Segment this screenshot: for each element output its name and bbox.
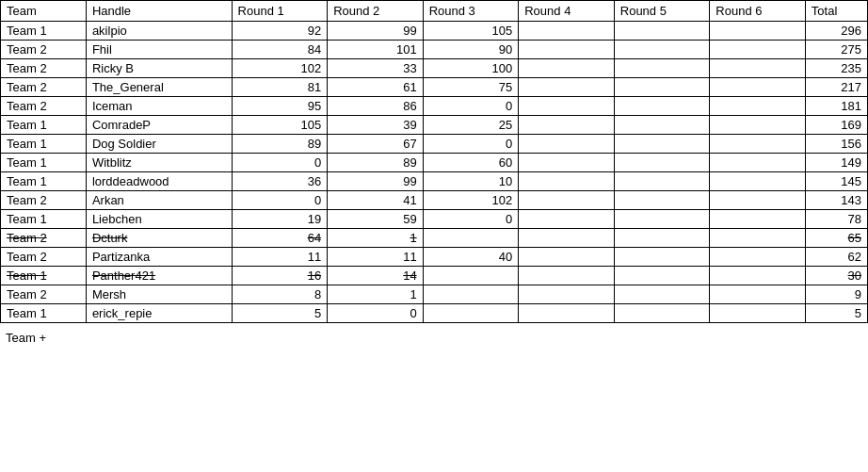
- table-cell: 19: [232, 210, 328, 229]
- table-cell: 145: [805, 172, 867, 191]
- table-cell: Team 1: [1, 210, 87, 229]
- table-row: Team 1akilpio9299105296: [1, 22, 868, 41]
- scores-table-container: Team Handle Round 1 Round 2 Round 3 Roun…: [0, 0, 868, 323]
- table-cell: Team 2: [1, 59, 87, 78]
- table-cell: Team 2: [1, 41, 87, 59]
- table-row: Team 1Dog Soldier89670156: [1, 135, 868, 154]
- col-round2: Round 2: [328, 1, 424, 22]
- table-cell: 67: [328, 135, 424, 154]
- table-cell: [710, 154, 806, 172]
- table-cell: 95: [232, 97, 328, 116]
- table-cell: [614, 172, 710, 191]
- table-cell: [614, 22, 710, 41]
- table-cell: 59: [328, 210, 424, 229]
- table-cell: 235: [805, 59, 867, 78]
- table-cell: [519, 210, 615, 229]
- table-row: Team 2Partizanka11114062: [1, 248, 868, 267]
- table-cell: [519, 116, 615, 135]
- table-cell: Team 1: [1, 22, 87, 41]
- table-cell: 10: [423, 172, 519, 191]
- table-cell: 11: [328, 248, 424, 267]
- table-cell: Team 1: [1, 267, 87, 285]
- table-cell: 81: [232, 78, 328, 97]
- table-cell: 296: [805, 22, 867, 41]
- table-cell: [519, 267, 615, 285]
- table-cell: Arkan: [86, 191, 232, 210]
- table-cell: [614, 210, 710, 229]
- table-cell: 36: [232, 172, 328, 191]
- table-cell: [423, 229, 519, 248]
- table-cell: [519, 304, 615, 323]
- table-cell: Ricky B: [86, 59, 232, 78]
- table-cell: Dcturk: [86, 229, 232, 248]
- col-round1: Round 1: [232, 1, 328, 22]
- table-cell: [710, 285, 806, 304]
- table-cell: Team 2: [1, 97, 87, 116]
- table-cell: 11: [232, 248, 328, 267]
- table-cell: 5: [805, 304, 867, 323]
- table-cell: [710, 210, 806, 229]
- table-cell: 105: [232, 116, 328, 135]
- table-cell: Witblitz: [86, 154, 232, 172]
- table-cell: [519, 248, 615, 267]
- col-round5: Round 5: [614, 1, 710, 22]
- col-total: Total: [805, 1, 867, 22]
- table-cell: [614, 304, 710, 323]
- table-cell: 30: [805, 267, 867, 285]
- table-cell: 75: [423, 78, 519, 97]
- table-cell: Team 1: [1, 304, 87, 323]
- table-cell: [614, 78, 710, 97]
- table-cell: [519, 59, 615, 78]
- table-cell: 102: [423, 191, 519, 210]
- table-cell: 90: [423, 41, 519, 59]
- table-cell: 62: [805, 248, 867, 267]
- table-cell: [614, 285, 710, 304]
- scores-table: Team Handle Round 1 Round 2 Round 3 Roun…: [0, 0, 868, 323]
- table-row: Team 2Dcturk64165: [1, 229, 868, 248]
- col-team: Team: [1, 1, 87, 22]
- table-cell: 169: [805, 116, 867, 135]
- table-cell: Team 2: [1, 78, 87, 97]
- table-cell: 143: [805, 191, 867, 210]
- table-cell: [519, 41, 615, 59]
- table-cell: Partizanka: [86, 248, 232, 267]
- table-cell: [710, 41, 806, 59]
- table-cell: [614, 191, 710, 210]
- table-cell: 86: [328, 97, 424, 116]
- table-cell: Team 2: [1, 285, 87, 304]
- table-row: Team 1Panther421161430: [1, 267, 868, 285]
- table-row: Team 2Mersh819: [1, 285, 868, 304]
- table-cell: [710, 97, 806, 116]
- table-cell: Team 1: [1, 172, 87, 191]
- table-cell: 100: [423, 59, 519, 78]
- table-cell: 33: [328, 59, 424, 78]
- table-cell: 89: [328, 154, 424, 172]
- table-cell: [710, 191, 806, 210]
- table-cell: Dog Soldier: [86, 135, 232, 154]
- table-cell: 275: [805, 41, 867, 59]
- table-cell: 92: [232, 22, 328, 41]
- table-cell: 1: [328, 285, 424, 304]
- table-cell: [519, 135, 615, 154]
- col-round4: Round 4: [519, 1, 615, 22]
- table-cell: 149: [805, 154, 867, 172]
- table-cell: 41: [328, 191, 424, 210]
- table-row: Team 2Fhil8410190275: [1, 41, 868, 59]
- table-cell: 39: [328, 116, 424, 135]
- table-cell: [614, 59, 710, 78]
- table-row: Team 1ComradeP1053925169: [1, 116, 868, 135]
- table-row: Team 2Ricky B10233100235: [1, 59, 868, 78]
- table-cell: [519, 78, 615, 97]
- table-cell: 0: [423, 135, 519, 154]
- table-cell: [710, 22, 806, 41]
- table-cell: [519, 285, 615, 304]
- table-cell: [614, 267, 710, 285]
- table-cell: Team 1: [1, 135, 87, 154]
- table-cell: [710, 304, 806, 323]
- table-cell: Team 2: [1, 191, 87, 210]
- table-cell: [614, 154, 710, 172]
- table-cell: Panther421: [86, 267, 232, 285]
- table-cell: [614, 229, 710, 248]
- add-team-button[interactable]: Team +: [0, 323, 868, 352]
- table-cell: 99: [328, 22, 424, 41]
